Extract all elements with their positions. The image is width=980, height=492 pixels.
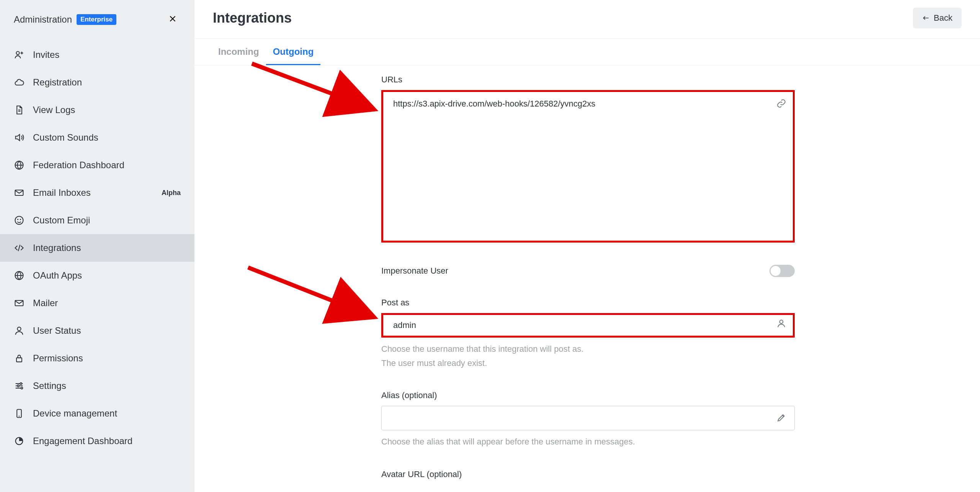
globe-icon	[14, 270, 24, 281]
sidebar-item-user-status[interactable]: User Status	[0, 317, 194, 344]
sidebar-item-custom-sounds[interactable]: Custom Sounds	[0, 124, 194, 151]
back-button-label: Back	[934, 13, 952, 23]
pencil-icon	[776, 413, 786, 423]
field-avatar: Avatar URL (optional)	[381, 469, 795, 479]
sidebar-item-federation-dashboard[interactable]: Federation Dashboard	[0, 151, 194, 179]
file-icon	[14, 105, 24, 115]
sidebar-item-registration[interactable]: Registration	[0, 69, 194, 96]
sidebar-item-label: Email Inboxes	[33, 187, 91, 198]
avatar-label: Avatar URL (optional)	[381, 469, 795, 479]
sidebar-item-permissions[interactable]: Permissions	[0, 344, 194, 372]
tab-incoming[interactable]: Incoming	[211, 39, 266, 65]
sidebar-item-email-inboxes[interactable]: Email InboxesAlpha	[0, 179, 194, 207]
sidebar-item-oauth-apps[interactable]: OAuth Apps	[0, 262, 194, 289]
sidebar-item-label: Custom Emoji	[33, 215, 90, 226]
alias-help: Choose the alias that will appear before…	[381, 435, 795, 448]
invite-icon	[14, 49, 24, 60]
tab-outgoing[interactable]: Outgoing	[266, 39, 321, 65]
sidebar-title: Administration	[14, 14, 72, 25]
close-admin-button[interactable]	[165, 11, 181, 28]
sidebar-item-custom-emoji[interactable]: Custom Emoji	[0, 207, 194, 234]
lock-icon	[14, 353, 24, 364]
field-impersonate: Impersonate User	[381, 265, 795, 277]
postas-help-1: Choose the username that this integratio…	[381, 342, 795, 356]
sidebar-item-label: Permissions	[33, 353, 83, 364]
sidebar-item-label: View Logs	[33, 105, 75, 115]
urls-textarea[interactable]: https://s3.apix-drive.com/web-hooks/1265…	[381, 90, 795, 243]
code-icon	[14, 243, 24, 253]
sidebar-item-label: Federation Dashboard	[33, 160, 124, 171]
sidebar-header: Administration Enterprise	[0, 0, 194, 41]
sidebar-item-label: Engagement Dashboard	[33, 436, 132, 446]
emoji-icon	[14, 215, 24, 226]
sidebar-list: InvitesRegistrationView LogsCustom Sound…	[0, 41, 194, 455]
device-icon	[14, 408, 24, 419]
sidebar-item-invites[interactable]: Invites	[0, 41, 194, 69]
sidebar-item-label: Integrations	[33, 243, 81, 253]
field-postas: Post as Choose the username that this in…	[381, 298, 795, 370]
globe-icon	[14, 160, 24, 171]
integration-tabs: Incoming Outgoing	[194, 38, 980, 66]
sidebar-item-badge: Alpha	[162, 189, 181, 197]
arrow-left-icon	[922, 14, 930, 22]
mail-icon	[14, 298, 24, 308]
sidebar-item-view-logs[interactable]: View Logs	[0, 96, 194, 124]
urls-label: URLs	[381, 75, 795, 85]
settings-icon	[14, 380, 24, 391]
field-alias: Alias (optional) Choose the alias that w…	[381, 390, 795, 448]
sidebar-item-label: User Status	[33, 325, 81, 336]
link-icon	[776, 98, 786, 108]
postas-label: Post as	[381, 298, 795, 308]
sidebar-item-label: Invites	[33, 49, 59, 60]
user-icon	[14, 325, 24, 336]
postas-input[interactable]	[381, 313, 795, 338]
sidebar-item-label: Settings	[33, 380, 66, 391]
sidebar-item-engagement-dashboard[interactable]: Engagement Dashboard	[0, 427, 194, 455]
enterprise-badge: Enterprise	[77, 14, 116, 25]
sidebar-item-label: Mailer	[33, 298, 58, 308]
main-header: Integrations Back	[194, 0, 980, 38]
sidebar-item-mailer[interactable]: Mailer	[0, 289, 194, 317]
sidebar-item-label: Registration	[33, 77, 82, 88]
form-scroll-area[interactable]: URLs https://s3.apix-drive.com/web-hooks…	[194, 66, 980, 492]
sidebar-item-label: Custom Sounds	[33, 132, 98, 143]
impersonate-label: Impersonate User	[381, 266, 448, 276]
sound-icon	[14, 132, 24, 143]
back-button[interactable]: Back	[913, 8, 962, 28]
sidebar-item-label: Device management	[33, 408, 117, 419]
admin-sidebar: Administration Enterprise InvitesRegistr…	[0, 0, 194, 492]
page-title: Integrations	[213, 10, 292, 26]
postas-help-2: The user must already exist.	[381, 356, 795, 370]
close-icon	[168, 14, 178, 24]
alias-input[interactable]	[381, 406, 795, 430]
sidebar-item-device-management[interactable]: Device management	[0, 400, 194, 427]
user-icon	[776, 318, 786, 328]
field-urls: URLs https://s3.apix-drive.com/web-hooks…	[381, 75, 795, 244]
pie-icon	[14, 436, 24, 446]
alias-label: Alias (optional)	[381, 390, 795, 400]
cloud-icon	[14, 77, 24, 88]
toggle-knob	[771, 266, 781, 276]
main-content: Integrations Back Incoming Outgoing URLs…	[194, 0, 980, 492]
impersonate-toggle[interactable]	[769, 265, 795, 277]
mail-icon	[14, 187, 24, 198]
sidebar-item-label: OAuth Apps	[33, 270, 82, 281]
sidebar-item-settings[interactable]: Settings	[0, 372, 194, 400]
sidebar-item-integrations[interactable]: Integrations	[0, 234, 194, 262]
